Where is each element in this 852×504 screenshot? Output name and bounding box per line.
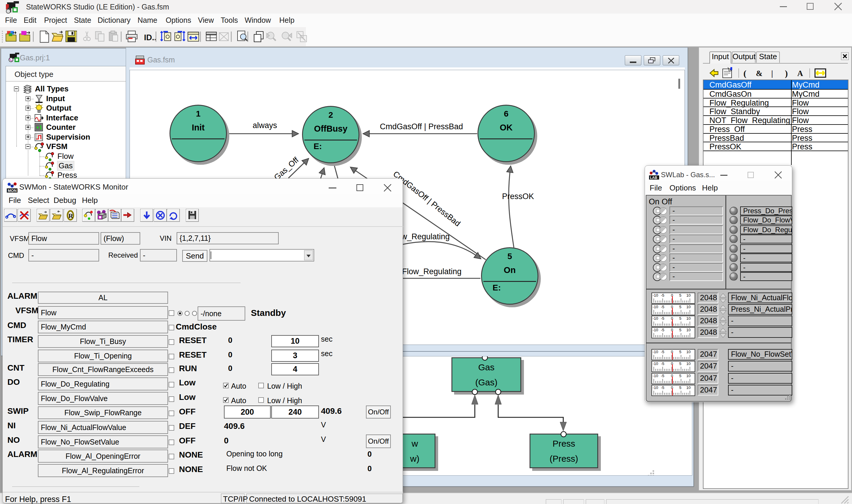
- svg-text:-5: -5: [661, 374, 665, 378]
- svg-text:-10: -10: [653, 293, 658, 298]
- svg-text:A: A: [797, 69, 803, 78]
- svg-text:-10: -10: [653, 349, 658, 354]
- svg-text:-5: -5: [661, 385, 665, 390]
- svg-text:10: 10: [686, 361, 690, 366]
- svg-text:10: 10: [686, 305, 690, 309]
- svg-text:-5: -5: [661, 349, 665, 354]
- svg-text:-10: -10: [653, 385, 658, 390]
- svg-text:Flow_Regulating: Flow_Regulating: [402, 267, 461, 276]
- svg-text:ID..: ID..: [144, 33, 157, 42]
- svg-text:+1: +1: [36, 125, 42, 130]
- svg-text:-10: -10: [653, 316, 658, 321]
- svg-text:5: 5: [679, 361, 681, 366]
- svg-text:(: (: [743, 68, 746, 78]
- svg-text:-5: -5: [661, 293, 665, 298]
- svg-text:5: 5: [679, 349, 681, 354]
- svg-text:5: 5: [679, 316, 681, 321]
- svg-text:10: 10: [686, 374, 690, 378]
- svg-text:MON: MON: [8, 188, 17, 193]
- svg-text:-10: -10: [653, 361, 658, 366]
- svg-text:10: 10: [686, 293, 690, 298]
- svg-text:-5: -5: [661, 316, 665, 321]
- svg-text:PressOK: PressOK: [502, 192, 534, 201]
- svg-text:-10: -10: [653, 305, 658, 309]
- svg-text:always: always: [253, 121, 277, 130]
- svg-text:LAB: LAB: [650, 176, 657, 180]
- svg-text:5: 5: [679, 305, 681, 309]
- svg-text:|: |: [771, 69, 773, 78]
- svg-text:R: R: [68, 212, 73, 219]
- svg-text:CmdGasOff | PressBad: CmdGasOff | PressBad: [380, 122, 463, 131]
- svg-text:5: 5: [679, 374, 681, 378]
- svg-text:5: 5: [679, 385, 681, 390]
- svg-text:Gas_Off: Gas_Off: [272, 155, 301, 182]
- svg-text:): ): [785, 68, 788, 78]
- svg-text:-5: -5: [661, 328, 665, 332]
- svg-text:10: 10: [686, 349, 690, 354]
- svg-text:10: 10: [686, 328, 690, 332]
- svg-text:5: 5: [679, 293, 681, 298]
- svg-text:-5: -5: [661, 305, 665, 309]
- svg-text:10: 10: [686, 385, 690, 390]
- svg-text:10: 10: [686, 316, 690, 321]
- svg-text:-10: -10: [653, 328, 658, 332]
- svg-text:&: &: [756, 69, 763, 78]
- svg-text:-10: -10: [653, 374, 658, 378]
- svg-text:5: 5: [679, 328, 681, 332]
- svg-text:-5: -5: [661, 361, 665, 366]
